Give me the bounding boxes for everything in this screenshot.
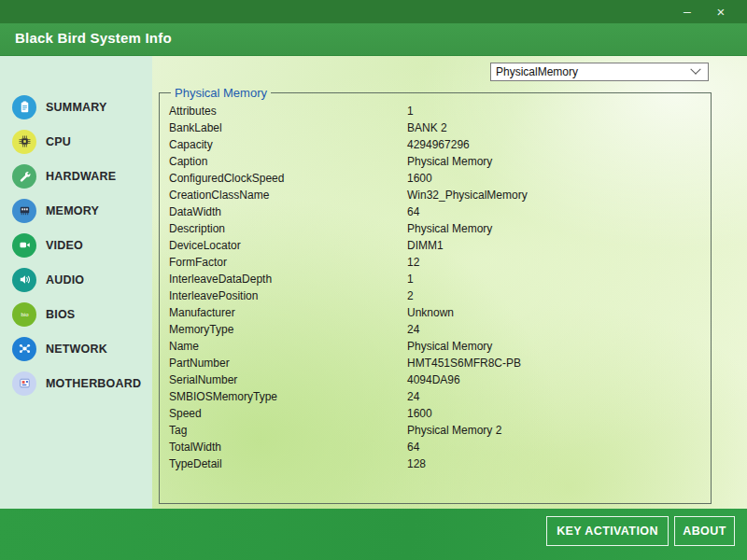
table-row: TagPhysical Memory 2 [169, 422, 711, 439]
network-icon [12, 337, 36, 361]
dropdown-selected-value: PhysicalMemory [491, 65, 692, 78]
table-row: NamePhysical Memory [169, 338, 711, 355]
table-row: TotalWidth64 [169, 439, 711, 455]
property-value: DIMM1 [407, 239, 444, 252]
sidebar-item-label: AUDIO [46, 273, 84, 287]
sidebar-item-label: CPU [46, 135, 71, 148]
property-value: 64 [407, 441, 419, 454]
svg-text:bio: bio [21, 311, 29, 317]
property-name: FormFactor [169, 256, 407, 269]
property-name: CreationClassName [169, 189, 407, 202]
property-name: SerialNumber [169, 373, 407, 386]
property-value: 1 [407, 105, 414, 118]
sidebar-item-label: BIOS [46, 308, 75, 321]
property-value: Physical Memory [407, 222, 492, 235]
table-row: CaptionPhysical Memory [169, 153, 711, 170]
sidebar-item-bios[interactable]: bio BIOS [0, 297, 152, 331]
property-value: 1600 [407, 172, 432, 185]
table-row: ConfiguredClockSpeed1600 [169, 170, 711, 187]
property-name: TotalWidth [169, 441, 407, 454]
sidebar-item-motherboard[interactable]: MOTHERBOARD [0, 366, 152, 400]
title-bar: Black Bird System Info [0, 23, 747, 56]
property-name: PartNumber [169, 357, 407, 370]
property-value: 24 [407, 390, 419, 403]
key-activation-button[interactable]: KEY ACTIVATION [546, 516, 669, 546]
property-value: 24 [407, 323, 419, 336]
app-title: Black Bird System Info [15, 30, 172, 46]
sidebar-item-label: MEMORY [46, 204, 99, 217]
property-name: DeviceLocator [169, 239, 407, 252]
property-name: Attributes [169, 105, 407, 118]
property-name: InterleavePosition [169, 289, 407, 302]
property-value: 4094DA96 [407, 373, 460, 386]
physical-memory-panel: Physical Memory Attributes1 BankLabelBAN… [159, 86, 712, 504]
sidebar-item-label: MOTHERBOARD [46, 377, 141, 390]
wmi-class-dropdown[interactable]: PhysicalMemory [490, 63, 709, 81]
panel-title: Physical Memory [171, 86, 271, 100]
property-name: MemoryType [169, 323, 407, 336]
sidebar-item-video[interactable]: VIDEO [0, 228, 152, 262]
table-row: TypeDetail128 [169, 455, 711, 472]
sidebar-item-hardware[interactable]: HARDWARE [0, 159, 152, 193]
tools-icon [12, 164, 36, 189]
property-name: InterleaveDataDepth [169, 273, 407, 286]
table-row: DeviceLocatorDIMM1 [169, 237, 711, 254]
app-window: – × Black Bird System Info SUMMARY CPU H… [0, 0, 747, 560]
cpu-chip-icon [12, 130, 36, 154]
sidebar-item-audio[interactable]: AUDIO [0, 262, 152, 297]
sidebar-item-label: HARDWARE [46, 170, 116, 183]
window-chrome-strip: – × [0, 0, 747, 23]
sidebar: SUMMARY CPU HARDWARE MEMORY VIDEO [0, 56, 152, 509]
chevron-down-icon [690, 64, 700, 75]
table-row: DataWidth64 [169, 203, 711, 220]
property-name: Manufacturer [169, 306, 407, 319]
property-name: Caption [169, 155, 407, 168]
sidebar-item-label: NETWORK [46, 343, 107, 356]
table-row: PartNumberHMT451S6MFR8C-PB [169, 355, 711, 371]
table-row: CreationClassNameWin32_PhysicalMemory [169, 187, 711, 203]
video-camera-icon [12, 233, 36, 258]
property-value: 4294967296 [407, 138, 470, 151]
about-button[interactable]: ABOUT [674, 516, 735, 546]
property-value: Physical Memory 2 [407, 424, 501, 437]
property-value: Unknown [407, 306, 454, 319]
ram-icon [12, 199, 36, 223]
table-row: DescriptionPhysical Memory [169, 220, 711, 237]
speaker-icon [12, 268, 36, 292]
property-name: Speed [169, 407, 407, 420]
property-name: SMBIOSMemoryType [169, 390, 407, 403]
property-name: Tag [169, 424, 407, 437]
property-name: ConfiguredClockSpeed [169, 172, 407, 185]
table-row: InterleaveDataDepth1 [169, 271, 711, 287]
property-value: Win32_PhysicalMemory [407, 189, 528, 202]
sidebar-item-summary[interactable]: SUMMARY [0, 90, 152, 124]
property-value: 2 [407, 289, 414, 302]
sidebar-item-label: VIDEO [46, 239, 83, 252]
property-value: HMT451S6MFR8C-PB [407, 357, 521, 370]
sidebar-item-label: SUMMARY [46, 101, 107, 114]
bios-icon: bio [12, 302, 36, 327]
property-name: Description [169, 222, 407, 235]
footer-bar: KEY ACTIVATION ABOUT [0, 509, 747, 560]
table-row: SMBIOSMemoryType24 [169, 388, 711, 405]
sidebar-item-network[interactable]: NETWORK [0, 331, 152, 366]
property-value: Physical Memory [407, 155, 492, 168]
property-name: Capacity [169, 138, 407, 151]
motherboard-icon [12, 371, 36, 396]
table-row: SerialNumber4094DA96 [169, 371, 711, 388]
property-name: Name [169, 340, 407, 353]
property-value: 64 [407, 205, 419, 218]
property-value: BANK 2 [407, 121, 447, 134]
minimize-button[interactable]: – [676, 2, 698, 21]
table-row: FormFactor12 [169, 254, 711, 271]
table-row: ManufacturerUnknown [169, 304, 711, 321]
sidebar-item-cpu[interactable]: CPU [0, 124, 152, 159]
table-row: Attributes1 [169, 103, 711, 119]
sidebar-item-memory[interactable]: MEMORY [0, 193, 152, 228]
property-name: TypeDetail [169, 457, 407, 470]
clipboard-icon [12, 95, 36, 119]
property-value: Physical Memory [407, 340, 492, 353]
close-button[interactable]: × [710, 2, 732, 21]
group-box: Physical Memory Attributes1 BankLabelBAN… [159, 86, 712, 504]
property-value: 128 [407, 457, 426, 470]
